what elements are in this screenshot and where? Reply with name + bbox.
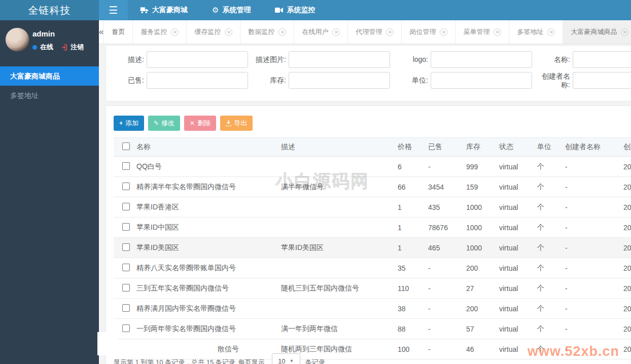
cell-unit: 个 [535,339,563,359]
cell-desc [278,217,395,238]
row-checkbox[interactable] [122,223,130,231]
logout-button[interactable]: 注销 [61,43,84,52]
select-all-checkbox[interactable] [122,142,130,150]
chevron-down-icon: ▼ [290,358,294,363]
tab-4[interactable]: 在线用户✕ [294,20,348,44]
column-header-1: 描述 [278,138,395,157]
cell-creator: - [563,157,621,177]
cell-creator: - [563,299,621,319]
cell-status: virtual [497,177,535,197]
cell-sold: 435 [426,197,464,217]
cell-status: virtual [497,319,535,339]
cell-name: 精养八天实名带圈带账单国内号 [134,258,278,278]
cell-name: QQ白号 [134,157,278,177]
per-page-select[interactable]: 10 ▼ [272,353,300,364]
table-row[interactable]: 苹果ID美国区苹果ID美国区14651000virtual个-20 [114,238,631,258]
field-input-3[interactable] [573,51,631,68]
table-row[interactable]: QQ白号6-999virtual个-20 [114,157,631,177]
pagination: 显示第 1 到第 10 条记录，总共 15 条记录 每页显示 10 ▼ 条记录 [114,356,325,364]
tab-0[interactable]: 首页 [104,20,133,44]
row-checkbox[interactable] [122,243,130,251]
cell-name: 苹果ID美国区 [134,238,278,258]
tab-2[interactable]: 缓存监控✕ [187,20,240,44]
white-overlay-box [97,332,118,355]
cell-price: 1 [395,197,426,217]
cell-creator: - [563,177,621,197]
cell-price: 1 [395,238,426,258]
row-checkbox[interactable] [122,162,130,170]
cell-status: virtual [497,339,535,359]
table-row[interactable]: 精养满半年实名带圈国内微信号满半年微信号663454159virtual个-20 [114,177,631,197]
table-row[interactable]: 精养八天实名带圈带账单国内号35-200virtual个-20 [114,258,631,278]
cell-sold: - [426,278,464,299]
cell-name: 精养满月国内带实名带圈微信号 [134,299,278,319]
tab-close-icon[interactable]: ✕ [547,28,555,36]
cell-creator: - [563,258,621,278]
cell-price: 66 [395,177,426,197]
tab-close-icon[interactable]: ✕ [386,28,394,36]
cell-name: 三到五年实名带圈国内微信号 [134,278,278,299]
table-row[interactable]: 精养满月国内带实名带圈微信号38-200virtual个-20 [114,299,631,319]
tabs-scroll-left-button[interactable]: « [99,20,104,44]
gear-icon: ⚙ [212,7,219,14]
field-input-7[interactable] [573,72,631,89]
delete-button[interactable]: ✕ 删除 [184,116,216,131]
tab-7[interactable]: 菜单管理✕ [455,20,509,44]
cell-stock: 27 [464,278,497,299]
tab-close-icon[interactable]: ✕ [171,28,179,36]
cell-price: 38 [395,299,426,319]
per-page-suffix: 条记录 [305,358,325,364]
cell-unit: 个 [535,238,563,258]
tab-close-icon[interactable]: ✕ [225,28,232,36]
cell-unit: 个 [535,278,563,299]
add-button[interactable]: + 添加 [114,116,144,131]
tab-close-icon[interactable]: ✕ [494,28,501,36]
table-row[interactable]: 苹果ID中国区1786761000virtual个-20 [114,217,631,238]
table-row[interactable]: 苹果ID香港区14351000virtual个-20 [114,197,631,217]
cell-sold: - [426,157,464,177]
row-checkbox[interactable] [122,183,130,190]
row-checkbox[interactable] [122,304,130,312]
tab-close-icon[interactable]: ✕ [621,28,628,36]
tab-6[interactable]: 岗位管理✕ [402,20,455,44]
cell-status: virtual [497,278,535,299]
table-row[interactable]: 一到两年带实名带圈国内微信号满一年到两年微信88-57virtual个-20 [114,319,631,339]
username: admin [32,28,93,38]
topbar-nav-item-2[interactable]: 系统监控 [263,0,327,20]
tab-5[interactable]: 代理管理✕ [348,20,402,44]
toolbar: + 添加 ✎ 修改 ✕ 删除 导出 [114,116,631,131]
sidebar-item-0[interactable]: 大富豪商城商品 [0,66,99,86]
cell-creator: - [563,238,621,258]
tab-close-icon[interactable]: ✕ [440,28,447,36]
cell-stock: 200 [464,258,497,278]
edit-button[interactable]: ✎ 修改 [148,116,180,131]
tab-label: 多签地址 [517,27,543,37]
cell-unit: 个 [535,177,563,197]
topbar-nav-item-1[interactable]: ⚙系统管理 [200,0,263,20]
cell-unit: 个 [535,197,563,217]
cell-unit: 个 [535,217,563,238]
online-status-label: 在线 [40,43,53,52]
sidebar-item-1[interactable]: 多签地址 [0,86,99,105]
topbar-nav-item-0[interactable]: 大富豪商城 [128,0,200,20]
cell-created: 20 [621,278,631,299]
field-label: 描述图片: [230,51,286,68]
tab-close-icon[interactable]: ✕ [332,28,340,36]
row-checkbox[interactable] [122,284,130,292]
tab-8[interactable]: 多签地址✕ [509,20,563,44]
row-checkbox[interactable] [122,264,130,271]
sidebar-menu: 大富豪商城商品多签地址 [0,66,99,105]
cell-creator: - [563,339,621,359]
sidebar-toggle-button[interactable]: ☰ [99,0,128,20]
row-checkbox[interactable] [122,324,130,332]
export-button[interactable]: 导出 [220,116,253,131]
tab-9[interactable]: 大富豪商城商品✕ [563,20,631,44]
field-input-6[interactable] [431,72,532,89]
tab-3[interactable]: 数据监控✕ [240,20,294,44]
cell-created: 20 [621,197,631,217]
row-checkbox[interactable] [122,203,130,210]
cell-sold: - [426,299,464,319]
tab-1[interactable]: 服务监控✕ [133,20,187,44]
tab-close-icon[interactable]: ✕ [278,28,286,36]
table-row[interactable]: 三到五年实名带圈国内微信号随机三到五年国内微信号110-27virtual个-2… [114,278,631,299]
